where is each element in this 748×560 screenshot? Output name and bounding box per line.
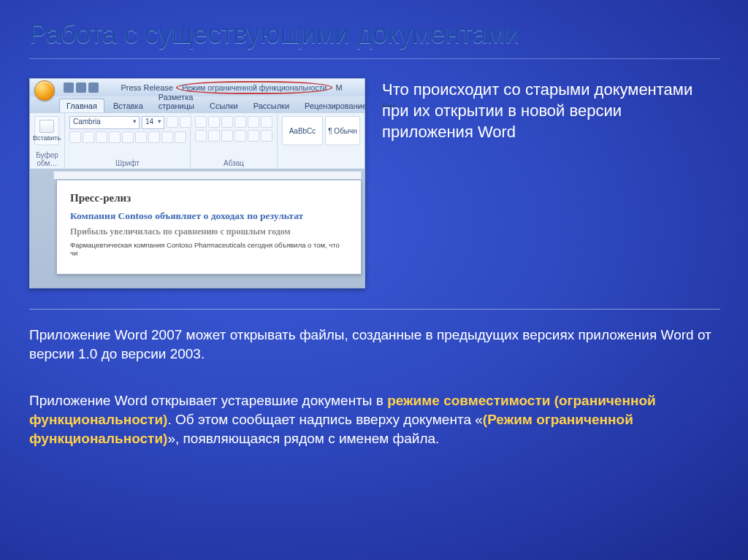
p2-mid: . Об этом сообщает надпись вверху докуме…	[167, 412, 482, 427]
horizontal-ruler[interactable]	[53, 171, 362, 180]
ribbon-group-font: Cambria 14 Шрифт	[65, 113, 191, 169]
grow-font-icon[interactable]	[167, 116, 178, 128]
group-label-clipboard: Буфер обм…	[34, 150, 60, 167]
indent-dec-icon[interactable]	[234, 116, 246, 128]
shrink-font-icon[interactable]	[180, 116, 191, 128]
tab-layout[interactable]: Разметка страницы	[152, 91, 201, 112]
qat-undo-icon[interactable]	[76, 83, 86, 93]
qat-redo-icon[interactable]	[88, 83, 99, 93]
highlight-icon[interactable]	[161, 131, 173, 143]
indent-inc-icon[interactable]	[248, 116, 259, 128]
doc-name-right: M	[335, 83, 342, 92]
superscript-icon[interactable]	[135, 131, 147, 143]
tab-home[interactable]: Главная	[59, 99, 104, 112]
align-center-icon[interactable]	[208, 130, 220, 142]
word-screenshot: Press Release Режим ограниченной функцио…	[29, 78, 365, 288]
strike-icon[interactable]	[109, 131, 121, 143]
qat-save-icon[interactable]	[64, 83, 74, 93]
underline-icon[interactable]	[96, 131, 107, 143]
paragraph-2: Приложение Word открывает устаревшие док…	[29, 391, 720, 449]
ribbon-group-styles: AaBbCc ¶ Обычн	[278, 113, 365, 169]
numbering-icon[interactable]	[208, 116, 220, 128]
case-icon[interactable]	[148, 131, 160, 143]
tab-review[interactable]: Рецензирование	[298, 99, 373, 112]
ribbon-tabs: Главная Вставка Разметка страницы Ссылки…	[30, 96, 365, 112]
paragraph-1: Приложение Word 2007 может открывать фай…	[29, 326, 720, 364]
style-preview-2[interactable]: ¶ Обычн	[325, 116, 360, 145]
p2-pre: Приложение Word открывает устаревшие док…	[29, 393, 387, 408]
ribbon: Вставить Буфер обм… Cambria 14	[30, 112, 365, 169]
paste-button[interactable]: Вставить	[34, 116, 59, 145]
align-left-icon[interactable]	[195, 130, 207, 142]
p2-post: », появляющаяся рядом с именем файла.	[167, 431, 439, 446]
ribbon-group-clipboard: Вставить Буфер обм…	[30, 113, 65, 169]
tab-insert[interactable]: Вставка	[107, 99, 150, 112]
group-label-styles	[282, 158, 360, 167]
doc-heading-1: Пресс-релиз	[70, 192, 348, 204]
paste-icon	[39, 120, 54, 133]
section-divider	[29, 309, 720, 310]
shading-icon[interactable]	[261, 130, 272, 142]
align-right-icon[interactable]	[221, 130, 233, 142]
ribbon-group-paragraph: Абзац	[191, 113, 278, 169]
quick-access-toolbar[interactable]	[64, 83, 99, 93]
doc-heading-2: Компания Contoso объявляет о доходах по …	[70, 210, 348, 222]
slide-title: Работа с существующими документами	[29, 19, 520, 50]
document-page: Пресс-релиз Компания Contoso объявляет о…	[56, 180, 362, 275]
sort-icon[interactable]	[261, 116, 272, 128]
slide: Работа с существующими документами Press…	[0, 0, 748, 560]
multilevel-icon[interactable]	[221, 116, 233, 128]
doc-subheading: Прибыль увеличилась по сравнению с прошл…	[70, 226, 348, 237]
italic-icon[interactable]	[83, 131, 94, 143]
subscript-icon[interactable]	[122, 131, 134, 143]
tab-references[interactable]: Ссылки	[203, 99, 245, 112]
style-preview-1[interactable]: AaBbCc	[282, 116, 323, 145]
tab-mailings[interactable]: Рассылки	[247, 99, 296, 112]
group-label-paragraph: Абзац	[195, 158, 272, 167]
line-spacing-icon[interactable]	[248, 130, 259, 142]
office-button-icon[interactable]	[34, 80, 55, 101]
justify-icon[interactable]	[234, 130, 246, 142]
font-color-icon[interactable]	[175, 131, 186, 143]
title-underline	[29, 58, 720, 59]
doc-body-text: Фармацевтическая компания Contoso Pharma…	[70, 241, 348, 257]
font-size-combo[interactable]: 14	[142, 116, 164, 129]
bold-icon[interactable]	[69, 131, 81, 143]
group-label-font: Шрифт	[69, 158, 186, 167]
document-area: Пресс-релиз Компания Contoso объявляет о…	[30, 169, 365, 288]
callout-text: Что происходит со старыми документами пр…	[382, 79, 714, 142]
font-family-combo[interactable]: Cambria	[69, 116, 140, 129]
paste-label: Вставить	[33, 134, 61, 142]
bullets-icon[interactable]	[195, 116, 207, 128]
